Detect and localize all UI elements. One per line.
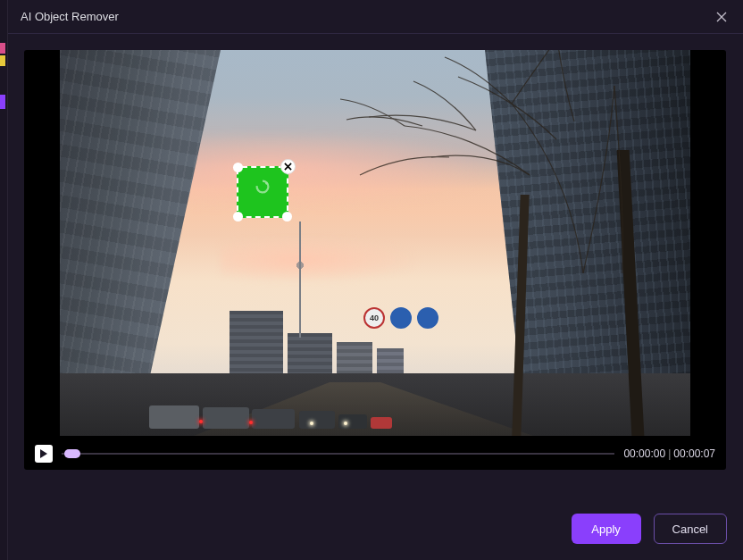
play-button[interactable] — [35, 445, 53, 463]
ai-object-remover-dialog: AI Object Remover 40 — [7, 0, 743, 560]
apply-button[interactable]: Apply — [572, 514, 641, 544]
resize-handle-se[interactable] — [282, 212, 292, 221]
app-sidebar-sliver — [0, 34, 7, 534]
resize-handle-sw[interactable] — [233, 212, 243, 221]
playback-bar: 00:00:00|00:00:07 — [33, 443, 717, 463]
close-icon — [716, 12, 727, 22]
close-button[interactable] — [713, 8, 730, 26]
video-preview-area: 40 — [24, 50, 726, 470]
svg-point-0 — [265, 182, 268, 185]
rotate-icon — [253, 177, 272, 196]
dialog-content: 40 — [8, 34, 743, 560]
video-frame[interactable]: 40 — [60, 50, 690, 436]
scrub-bar[interactable] — [62, 447, 614, 461]
selection-box[interactable] — [237, 166, 288, 218]
dialog-buttons: Apply Cancel — [572, 514, 727, 544]
scrub-thumb[interactable] — [64, 449, 80, 458]
resize-handle-nw[interactable] — [233, 163, 243, 172]
dialog-title: AI Object Remover — [21, 10, 119, 23]
total-time: 00:00:07 — [673, 447, 715, 460]
current-time: 00:00:00 — [623, 447, 665, 460]
timecode: 00:00:00|00:00:07 — [623, 447, 715, 460]
road-sign — [417, 307, 438, 329]
titlebar: AI Object Remover — [8, 0, 743, 34]
selection-close-icon — [284, 163, 292, 171]
road-sign — [390, 307, 412, 329]
play-icon — [39, 449, 48, 458]
speed-limit-sign: 40 — [363, 307, 385, 329]
cancel-button[interactable]: Cancel — [654, 514, 727, 544]
selection-close-button[interactable] — [280, 159, 296, 174]
